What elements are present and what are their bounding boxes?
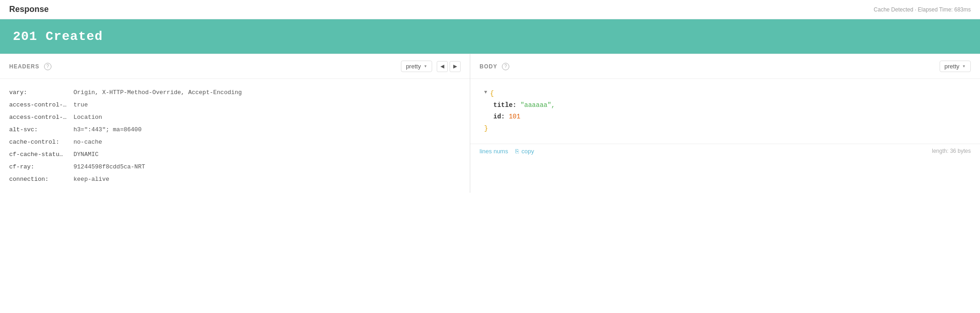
headers-nav-left[interactable]: ◀ (437, 61, 448, 72)
json-id-key: id: (493, 111, 505, 123)
headers-label: HEADERS (9, 63, 39, 70)
headers-help-icon[interactable]: ? (44, 63, 51, 70)
headers-format-select[interactable]: pretty ▼ (401, 61, 432, 72)
table-row: alt-svc: h3=":443"; ma=86400 (9, 123, 461, 136)
header-value: Origin, X-HTTP-Method-Override, Accept-E… (73, 89, 242, 96)
headers-nav-arrows: ◀ ▶ (437, 61, 461, 72)
content-area: HEADERS ? pretty ▼ ◀ ▶ vary: Origin, X-H… (0, 54, 980, 193)
body-format-chevron: ▼ (962, 64, 966, 68)
headers-panel: HEADERS ? pretty ▼ ◀ ▶ vary: Origin, X-H… (0, 54, 470, 193)
header-key: access-control-… (9, 114, 73, 121)
status-text: 201 Created (13, 29, 103, 44)
header-key: cache-control: (9, 139, 73, 145)
table-row: access-control-… true (9, 99, 461, 111)
status-banner: 201 Created (0, 19, 980, 54)
body-label: BODY (479, 63, 497, 70)
headers-nav-right[interactable]: ▶ (450, 61, 461, 72)
json-title-key: title: (493, 100, 516, 111)
header-value: keep-alive (73, 176, 109, 183)
json-open-brace: { (490, 88, 494, 100)
body-format-label: pretty (945, 63, 960, 70)
json-close-line: } (484, 123, 966, 134)
json-title-value: "aaaaaa", (520, 100, 555, 111)
body-panel: BODY ? pretty ▼ ▼ { title: "aaaaaa", id:… (470, 54, 980, 193)
header-key: vary: (9, 89, 73, 96)
body-panel-header: BODY ? pretty ▼ (470, 54, 980, 79)
body-help-icon[interactable]: ? (502, 63, 509, 70)
json-id-line: id: 101 (484, 111, 966, 123)
table-row: cf-cache-statu… DYNAMIC (9, 148, 461, 161)
header-value: DYNAMIC (73, 151, 99, 158)
headers-content: vary: Origin, X-HTTP-Method-Override, Ac… (0, 79, 470, 193)
table-row: cache-control: no-cache (9, 136, 461, 148)
body-format-select[interactable]: pretty ▼ (940, 61, 971, 72)
headers-panel-header: HEADERS ? pretty ▼ ◀ ▶ (0, 54, 470, 79)
body-footer: lines nums ⎘ copy length: 36 bytes (470, 144, 980, 158)
table-row: vary: Origin, X-HTTP-Method-Override, Ac… (9, 86, 461, 99)
header-key: alt-svc: (9, 126, 73, 133)
json-open-line: ▼ { (484, 88, 966, 100)
copy-link[interactable]: ⎘ copy (515, 148, 534, 155)
lines-nums-link[interactable]: lines nums (479, 148, 508, 155)
header-value: true (73, 101, 88, 108)
header-value: Location (73, 114, 102, 121)
table-row: access-control-… Location (9, 111, 461, 123)
top-bar: Response Cache Detected · Elapsed Time: … (0, 0, 980, 19)
table-row: connection: keep-alive (9, 173, 461, 185)
table-row: cf-ray: 91244598f8cdd5ca-NRT (9, 161, 461, 173)
json-collapse-icon[interactable]: ▼ (484, 88, 487, 97)
page-title: Response (9, 5, 49, 14)
json-close-brace: } (484, 123, 488, 134)
elapsed-meta: Cache Detected · Elapsed Time: 683ms (874, 6, 971, 13)
json-title-line: title: "aaaaaa", (484, 100, 966, 111)
json-id-value: 101 (509, 111, 520, 123)
copy-label: copy (521, 148, 534, 155)
headers-format-chevron: ▼ (423, 64, 427, 68)
header-key: connection: (9, 176, 73, 183)
header-value: 91244598f8cdd5ca-NRT (73, 163, 145, 170)
header-value: h3=":443"; ma=86400 (73, 126, 141, 133)
copy-icon: ⎘ (515, 148, 519, 155)
header-key: cf-ray: (9, 163, 73, 170)
body-content: ▼ { title: "aaaaaa", id: 101 } (470, 79, 980, 144)
header-value: no-cache (73, 139, 102, 145)
body-length: length: 36 bytes (932, 148, 971, 154)
header-key: cf-cache-statu… (9, 151, 73, 158)
header-key: access-control-… (9, 101, 73, 108)
headers-format-label: pretty (406, 63, 421, 70)
